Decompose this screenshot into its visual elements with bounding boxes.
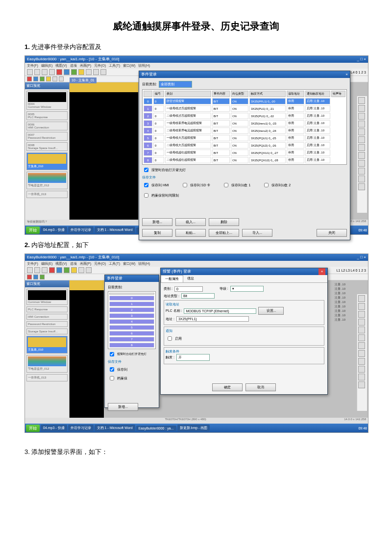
screenshot-2: EasyBuilder8000 : yan__kai1.mtp - [10 - … bbox=[24, 253, 368, 433]
category-input[interactable]: 0 bbox=[174, 286, 203, 292]
step-1: 1. 先进事件登录内容配置及 bbox=[24, 43, 368, 51]
sidebar-item[interactable]: 0006HMI Connection bbox=[26, 122, 68, 130]
new-button[interactable]: 新增... bbox=[142, 218, 172, 226]
delete-button[interactable]: 删除 bbox=[209, 218, 239, 226]
tab-general[interactable]: 一般属性 bbox=[161, 275, 183, 282]
sidebar-item[interactable]: Common Window bbox=[26, 289, 68, 305]
window-titlebar: EasyBuilder8000 : yan__kai1.mtp - [10 - … bbox=[25, 56, 368, 63]
sidebar-panel: 窗口预览 Common Window PLC Response HMI Conn… bbox=[25, 280, 70, 418]
sidebar-item[interactable]: 一倍率线_013 bbox=[26, 374, 68, 381]
limit-checkbox[interactable] bbox=[144, 193, 148, 198]
save-usb1-checkbox[interactable] bbox=[224, 183, 228, 187]
export-button[interactable]: 导入... bbox=[242, 229, 272, 237]
event-login-dialog: 事件登录× 目前类别:全部类别 编号类别事件内容向位类型触发方式读取地址通知触发… bbox=[139, 71, 350, 240]
plc-combo[interactable]: MODBUS TCP/IP (Ethernet) bbox=[184, 308, 256, 314]
page-title: 威纶通触摸屏事件登录、历史记录查询 bbox=[24, 20, 368, 33]
insert-button[interactable]: 载入... bbox=[175, 218, 206, 226]
start-button[interactable]: 开始 bbox=[26, 425, 40, 432]
start-button[interactable]: 开始 bbox=[26, 227, 40, 234]
address-input[interactable]: 3X25(PFL1) bbox=[176, 316, 249, 322]
sidebar-item[interactable]: Password Restriction bbox=[26, 321, 68, 327]
menubar[interactable]: 文件(F)编辑(E)视图(V)选项画面(P)元件(O)工具(T)窗口(W)说明(… bbox=[25, 63, 368, 69]
sidebar-item[interactable]: 0007Password Restriction bbox=[26, 132, 68, 141]
event-login-dialog-bg: 事件登录 目前类别: 012345678 报警时自动打开背光灯 保存文件 保存到… bbox=[104, 275, 159, 408]
sidebar-item[interactable]: 0005PLC Response bbox=[26, 111, 68, 120]
close-button[interactable]: 关闭 bbox=[317, 229, 347, 237]
sidebar-item[interactable]: HMI Connection bbox=[26, 314, 68, 320]
window-titlebar: EasyBuilder8000 : yan__kai1.mtp - [10 - … bbox=[25, 254, 368, 261]
trigger-combo[interactable]: 开 bbox=[176, 354, 210, 361]
sidebar-item[interactable]: 0008Storage Space Insuff... bbox=[26, 142, 68, 151]
sidebar-item[interactable]: 节电器监控_012 bbox=[26, 172, 68, 189]
addrtype-combo[interactable]: Bit bbox=[181, 293, 215, 299]
sidebar-item[interactable]: 0004Common Window bbox=[26, 91, 68, 110]
right-toolbar[interactable] bbox=[357, 96, 367, 213]
cancel-button[interactable]: 取消 bbox=[245, 383, 276, 391]
alarm-event-dialog: 报警 (事件) 登录× 一般属性 信息 类别 :0 等级 :▾ 地址类型 :Bi… bbox=[160, 268, 328, 395]
screenshot-1: EasyBuilder8000 : yan__kai1.mtp - [10 - … bbox=[24, 55, 368, 235]
statusbar: TK6070H/TK6070H (800 x 480)14.0.0 x 142.… bbox=[25, 418, 368, 424]
paste-button[interactable]: 粘贴... bbox=[175, 229, 206, 237]
enable-checkbox[interactable] bbox=[168, 336, 172, 341]
plc-settings-button[interactable]: 设置... bbox=[258, 307, 284, 315]
close-icon[interactable]: × bbox=[318, 268, 325, 275]
sidebar-item-active[interactable]: 主集单_010 bbox=[26, 336, 68, 353]
sidebar-item[interactable]: PLC Response bbox=[26, 306, 68, 312]
tab-info[interactable]: 信息 bbox=[183, 275, 198, 282]
sidebar-panel: 窗口预览 0004Common Window 0005PLC Response … bbox=[25, 82, 70, 220]
save-usb2-checkbox[interactable] bbox=[264, 183, 269, 187]
taskbar[interactable]: 开始 04.mp3 - 快播 外语学习记录 文档 1 - Microsoft W… bbox=[25, 424, 368, 432]
category-combo[interactable]: 全部类别 bbox=[159, 81, 192, 88]
save-hmi-checkbox[interactable] bbox=[144, 183, 148, 187]
save-sd-checkbox[interactable] bbox=[183, 183, 187, 187]
close-icon[interactable]: × bbox=[345, 71, 348, 78]
priority-combo[interactable]: ▾ bbox=[230, 286, 264, 292]
sidebar-item-active[interactable]: 主集单_010 bbox=[26, 152, 68, 170]
sidebar-item[interactable]: 节电器监控_012 bbox=[26, 355, 68, 373]
event-table[interactable]: 编号类别事件内容向位类型触发方式读取地址通知触发地址铃声等 00防雷过限报警BI… bbox=[142, 89, 347, 165]
menubar[interactable]: 文件(F)编辑(E)视图(V)选项画面(P)元件(O)工具(T)窗口(W)说明(… bbox=[25, 261, 368, 267]
sidebar-item[interactable]: 一倍率线_013 bbox=[26, 191, 68, 198]
ok-button[interactable]: 确定 bbox=[212, 383, 243, 391]
step-2: 2. 内容地址配置，如下 bbox=[24, 241, 368, 250]
sidebar-item[interactable]: Storage Space Insuff... bbox=[26, 328, 68, 334]
pasteall-button[interactable]: 全部贴上... bbox=[209, 229, 239, 237]
editor-canvas[interactable]: 10 - 主集单_01 bbox=[70, 82, 138, 220]
copy-button[interactable]: 复制 bbox=[142, 229, 172, 237]
backlight-checkbox[interactable] bbox=[144, 168, 148, 172]
step-3: 3. 添加报警显示界面，如下： bbox=[24, 448, 368, 456]
right-toolbar[interactable] bbox=[357, 294, 367, 411]
editor-canvas[interactable] bbox=[70, 280, 104, 418]
